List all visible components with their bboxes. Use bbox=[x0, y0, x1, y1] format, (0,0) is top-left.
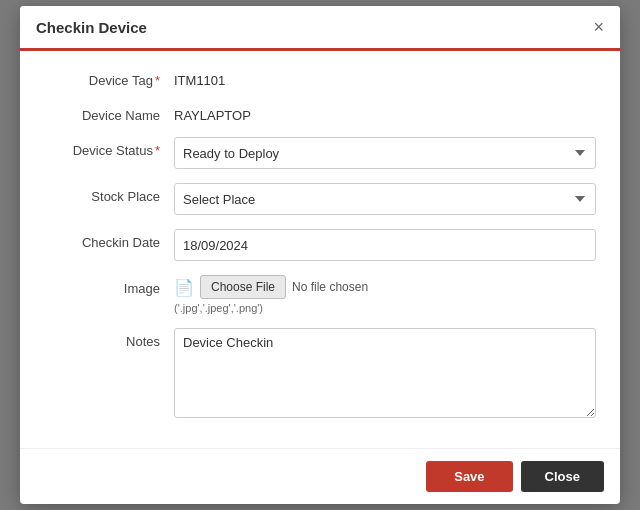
no-file-text: No file chosen bbox=[292, 280, 368, 294]
device-tag-label: Device Tag* bbox=[44, 67, 174, 88]
image-label: Image bbox=[44, 275, 174, 296]
save-button[interactable]: Save bbox=[426, 461, 512, 492]
modal-footer: Save Close bbox=[20, 448, 620, 504]
file-input-wrapper: 📄 Choose File No file chosen bbox=[174, 275, 596, 299]
notes-row: Notes bbox=[44, 328, 596, 418]
checkin-date-row: Checkin Date bbox=[44, 229, 596, 261]
device-status-label: Device Status* bbox=[44, 137, 174, 158]
device-name-value: RAYLAPTOP bbox=[174, 102, 251, 123]
modal-overlay: Checkin Device × Device Tag* ITM1101 Dev… bbox=[0, 0, 640, 510]
choose-file-button[interactable]: Choose File bbox=[200, 275, 286, 299]
required-star-status: * bbox=[155, 143, 160, 158]
stock-place-row: Stock Place Select Place bbox=[44, 183, 596, 215]
required-star: * bbox=[155, 73, 160, 88]
file-icon: 📄 bbox=[174, 278, 194, 297]
modal-close-button[interactable]: × bbox=[593, 18, 604, 36]
notes-textarea[interactable] bbox=[174, 328, 596, 418]
file-hint-text: ('.jpg','.jpeg','.png') bbox=[174, 302, 596, 314]
modal-body: Device Tag* ITM1101 Device Name RAYLAPTO… bbox=[20, 51, 620, 448]
modal-header: Checkin Device × bbox=[20, 6, 620, 51]
device-tag-row: Device Tag* ITM1101 bbox=[44, 67, 596, 88]
image-content: 📄 Choose File No file chosen ('.jpg','.j… bbox=[174, 275, 596, 314]
modal-title: Checkin Device bbox=[36, 19, 147, 36]
stock-place-label: Stock Place bbox=[44, 183, 174, 204]
image-row: Image 📄 Choose File No file chosen ('.jp… bbox=[44, 275, 596, 314]
checkin-device-modal: Checkin Device × Device Tag* ITM1101 Dev… bbox=[20, 6, 620, 504]
device-status-row: Device Status* Ready to Deploy bbox=[44, 137, 596, 169]
device-status-select[interactable]: Ready to Deploy bbox=[174, 137, 596, 169]
notes-label: Notes bbox=[44, 328, 174, 349]
checkin-date-label: Checkin Date bbox=[44, 229, 174, 250]
device-name-row: Device Name RAYLAPTOP bbox=[44, 102, 596, 123]
checkin-date-input[interactable] bbox=[174, 229, 596, 261]
device-tag-value: ITM1101 bbox=[174, 67, 225, 88]
device-name-label: Device Name bbox=[44, 102, 174, 123]
close-button[interactable]: Close bbox=[521, 461, 604, 492]
stock-place-select[interactable]: Select Place bbox=[174, 183, 596, 215]
